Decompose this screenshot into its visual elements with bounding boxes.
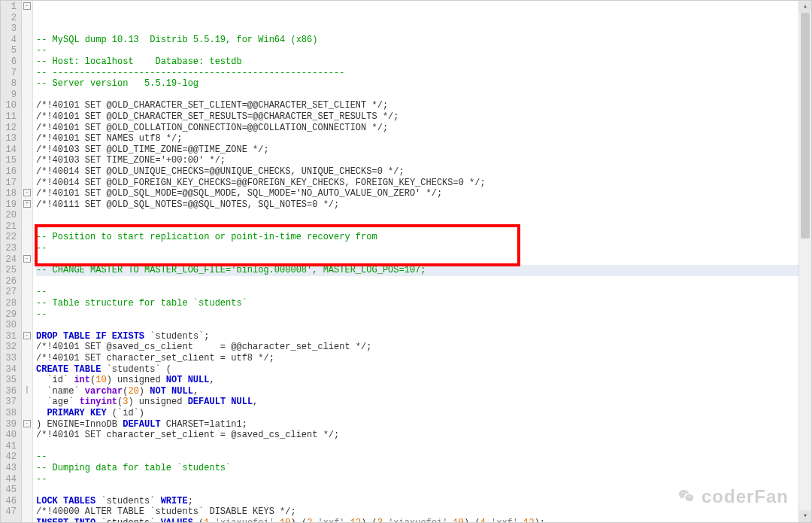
line-number: 11 (1, 111, 17, 123)
code-line[interactable]: /*!40111 SET @OLD_SQL_NOTES=@@SQL_NOTES,… (36, 199, 811, 211)
code-line[interactable]: -- (36, 474, 811, 485)
code-line[interactable]: -- Position to start replication or poin… (36, 232, 811, 243)
code-line[interactable] (36, 441, 811, 452)
code-line[interactable] (36, 320, 811, 331)
line-number: 19 (1, 199, 17, 211)
fold-toggle-icon[interactable]: - (23, 189, 31, 196)
line-number: 43 (1, 463, 17, 474)
line-number: 1 (1, 2, 17, 13)
code-line[interactable]: /*!40101 SET @OLD_COLLATION_CONNECTION=@… (36, 123, 811, 134)
line-number: 18 (1, 188, 17, 199)
watermark: coderFan (676, 486, 789, 507)
line-number: 44 (1, 474, 17, 485)
code-line[interactable]: -- (36, 287, 811, 298)
line-number: 24 (1, 254, 17, 266)
code-line[interactable] (36, 210, 811, 221)
code-line[interactable]: /*!40101 SET @OLD_CHARACTER_SET_CLIENT=@… (36, 100, 811, 111)
line-number: 9 (1, 90, 17, 101)
line-number: 30 (1, 320, 17, 331)
line-number: 46 (1, 496, 17, 507)
code-line[interactable] (36, 276, 811, 287)
code-line[interactable] (36, 90, 811, 101)
line-number: 7 (1, 68, 17, 79)
code-line[interactable]: -- (36, 309, 811, 321)
line-number: 29 (1, 309, 17, 321)
line-number: 32 (1, 342, 17, 353)
line-number-gutter: 1234567891011121314151617181920212223242… (1, 1, 22, 522)
code-line[interactable]: ) ENGINE=InnoDB DEFAULT CHARSET=latin1; (36, 419, 811, 430)
code-line[interactable]: PRIMARY KEY (`id`) (36, 408, 811, 419)
line-number: 8 (1, 78, 17, 90)
code-line[interactable]: /*!40101 SET @OLD_SQL_MODE=@@SQL_MODE, S… (36, 188, 811, 199)
code-line[interactable]: -- (36, 45, 811, 56)
line-number: 16 (1, 166, 17, 178)
fold-toggle-icon[interactable]: - (23, 332, 31, 339)
code-line[interactable]: -- CHANGE MASTER TO MASTER_LOG_FILE='bin… (36, 265, 811, 276)
line-number: 38 (1, 408, 17, 419)
line-number: 39 (1, 419, 17, 430)
code-line[interactable]: -- (36, 243, 811, 254)
scroll-up-button[interactable]: ▴ (799, 1, 811, 13)
code-line[interactable]: `name` varchar(20) NOT NULL, (36, 386, 811, 397)
code-line[interactable] (36, 254, 811, 266)
code-line[interactable]: -- MySQL dump 10.13 Distrib 5.5.19, for … (36, 35, 811, 46)
line-number: 2 (1, 13, 17, 24)
code-line[interactable]: -- (36, 221, 811, 233)
code-line[interactable]: INSERT INTO `students` VALUES (1,'xiaxue… (36, 518, 811, 522)
line-number: 6 (1, 56, 17, 68)
code-line[interactable]: -- Dumping data for table `students` (36, 463, 811, 474)
code-line[interactable]: /*!40014 SET @OLD_FOREIGN_KEY_CHECKS=@@F… (36, 178, 811, 189)
code-line[interactable]: DROP TABLE IF EXISTS `students`; (36, 331, 811, 342)
line-number: 10 (1, 100, 17, 111)
fold-toggle-icon[interactable]: - (23, 2, 31, 10)
code-line[interactable]: -- -------------------------------------… (36, 68, 811, 79)
code-line[interactable]: /*!40101 SET character_set_client = @sav… (36, 430, 811, 441)
line-number: 25 (1, 265, 17, 276)
line-number: 26 (1, 276, 17, 287)
fold-toggle-icon[interactable]: + (23, 200, 31, 208)
line-number: 40 (1, 430, 17, 441)
line-number: 34 (1, 364, 17, 376)
code-line[interactable]: `id` int(10) unsigned NOT NULL, (36, 375, 811, 386)
code-line[interactable]: -- Table structure for table `students` (36, 298, 811, 309)
scroll-down-button[interactable]: ▾ (799, 510, 811, 522)
code-line[interactable]: /*!40101 SET NAMES utf8 */; (36, 133, 811, 144)
code-line[interactable]: `age` tinyint(3) unsigned DEFAULT NULL, (36, 397, 811, 408)
line-number: 33 (1, 353, 17, 364)
scroll-thumb[interactable] (801, 13, 810, 239)
line-number: 42 (1, 452, 17, 463)
code-line[interactable]: /*!40101 SET character_set_client = utf8… (36, 353, 811, 364)
line-number: 12 (1, 123, 17, 134)
code-line[interactable]: /*!40101 SET @saved_cs_client = @@charac… (36, 342, 811, 353)
code-area[interactable]: -- MySQL dump 10.13 Distrib 5.5.19, for … (33, 1, 811, 522)
line-number: 36 (1, 386, 17, 397)
code-line[interactable]: /*!40014 SET @OLD_UNIQUE_CHECKS=@@UNIQUE… (36, 166, 811, 178)
line-number: 20 (1, 210, 17, 221)
code-line[interactable]: -- (36, 452, 811, 463)
line-number: 17 (1, 178, 17, 189)
fold-toggle-icon[interactable]: - (23, 255, 31, 263)
code-line[interactable]: /*!40103 SET @OLD_TIME_ZONE=@@TIME_ZONE … (36, 144, 811, 156)
line-number: 14 (1, 144, 17, 156)
line-number: 41 (1, 441, 17, 452)
fold-toggle-icon[interactable]: - (23, 420, 31, 427)
vertical-scrollbar[interactable]: ▴ ▾ (798, 1, 811, 522)
code-line[interactable]: /*!40000 ALTER TABLE `students` DISABLE … (36, 506, 811, 518)
line-number: 31 (1, 331, 17, 342)
code-editor[interactable]: 1234567891011121314151617181920212223242… (0, 0, 812, 523)
line-number: 37 (1, 397, 17, 408)
code-line[interactable]: -- Host: localhost Database: testdb (36, 56, 811, 68)
wechat-icon (676, 488, 697, 506)
line-number: 15 (1, 155, 17, 166)
line-number: 45 (1, 485, 17, 496)
code-line[interactable]: -- Server version 5.5.19-log (36, 78, 811, 90)
line-number: 27 (1, 287, 17, 298)
line-number: 47 (1, 506, 17, 518)
fold-gutter[interactable]: --+--|- (22, 1, 33, 522)
code-line[interactable]: CREATE TABLE `students` ( (36, 364, 811, 376)
line-number: 3 (1, 23, 17, 35)
code-line[interactable]: /*!40103 SET TIME_ZONE='+00:00' */; (36, 155, 811, 166)
line-number: 35 (1, 375, 17, 386)
line-number: 21 (1, 221, 17, 233)
code-line[interactable]: /*!40101 SET @OLD_CHARACTER_SET_RESULTS=… (36, 111, 811, 123)
